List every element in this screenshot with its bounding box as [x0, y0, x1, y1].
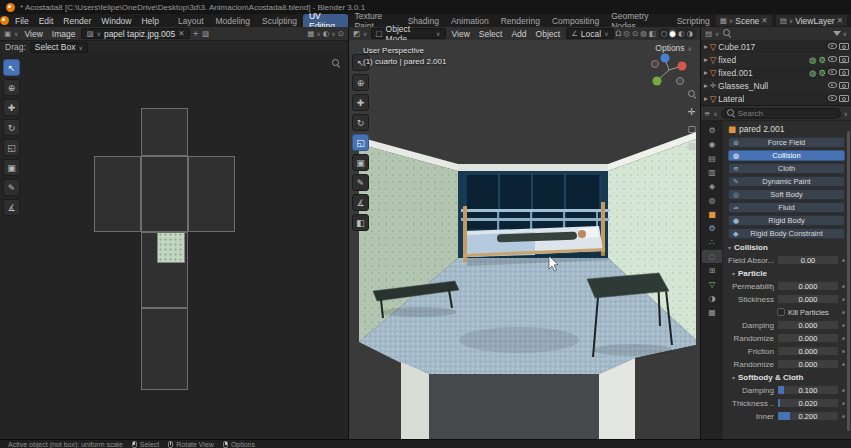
expand-icon[interactable]: ▸	[704, 42, 708, 51]
animate-decorator[interactable]	[842, 389, 845, 392]
properties-scrollbar[interactable]	[847, 131, 850, 431]
animate-decorator[interactable]	[842, 337, 845, 340]
camera-view-icon[interactable]: ▢	[687, 124, 696, 134]
back-wall-top[interactable]	[458, 164, 608, 171]
fluid-button[interactable]: ≈Fluid	[728, 202, 845, 213]
menu-help[interactable]: Help	[136, 14, 163, 27]
proportional-edit-icon[interactable]: ◎	[623, 29, 630, 38]
hide-icon[interactable]	[828, 54, 837, 65]
softbody-cloth-panel-header[interactable]: ▾ Softbody & Cloth	[732, 371, 845, 384]
field-absorption-slider[interactable]: 0.00	[777, 255, 839, 265]
view-layer-selector[interactable]: ▤ ∨ ViewLayer ✕	[776, 15, 847, 26]
cloth-button[interactable]: ≋Cloth	[728, 163, 845, 174]
workspace-tab-animation[interactable]: Animation	[445, 14, 495, 27]
cursor-tool[interactable]: ⊕	[352, 74, 369, 91]
thickness-outer-slider[interactable]: 0.020	[777, 398, 839, 408]
collision-button[interactable]: ◍Collision	[728, 150, 845, 161]
view-layer-remove-icon[interactable]: ✕	[837, 16, 843, 25]
tab-particles[interactable]: ∴	[702, 236, 722, 249]
snap-magnet-icon[interactable]: Ω	[616, 29, 622, 38]
tab-object[interactable]: ■	[702, 208, 722, 221]
scene-render[interactable]	[349, 40, 700, 439]
uv-menu-view[interactable]: View	[22, 29, 46, 39]
shading-material-icon[interactable]: ◐	[678, 29, 685, 38]
viewport-editor-type-icon[interactable]: ◩	[353, 29, 360, 38]
render-visibility-icon[interactable]	[839, 93, 848, 104]
vp-menu-select[interactable]: Select	[476, 29, 506, 39]
front-opening[interactable]	[429, 374, 599, 439]
scene-selector[interactable]: ▦ ∨ Scene ✕	[716, 15, 772, 26]
annotate-tool[interactable]: ✎	[352, 174, 369, 191]
cursor-tool[interactable]: ⊕	[3, 79, 20, 96]
tab-view-layer[interactable]: ▥	[702, 166, 722, 179]
checkbox[interactable]	[777, 308, 785, 316]
front-wall-left[interactable]	[401, 362, 429, 439]
friction-slider[interactable]: 0.000	[777, 346, 839, 356]
menu-edit[interactable]: Edit	[34, 14, 59, 27]
uv-face[interactable]	[94, 156, 141, 232]
object-name[interactable]: fixed	[718, 55, 736, 65]
soft-body-button[interactable]: ◎Soft Body	[728, 189, 845, 200]
thickness-inner-slider[interactable]: 0.200	[777, 411, 839, 421]
animate-decorator[interactable]	[842, 298, 845, 301]
viewport-canvas[interactable]: User Perspective (1) cuarto | pared 2.00…	[349, 40, 700, 439]
animate-decorator[interactable]	[842, 324, 845, 327]
gizmo-axis-z[interactable]	[661, 54, 670, 63]
uv-canvas[interactable]: ↖ ⊕ ✚ ↻ ◱ ▣ ✎ ∡	[0, 53, 348, 439]
shading-wireframe-icon[interactable]: ○	[661, 29, 668, 38]
filter-chevron-icon[interactable]: ∨	[844, 110, 848, 117]
move-tool[interactable]: ✚	[352, 94, 369, 111]
object-name[interactable]: Lateral	[718, 94, 744, 104]
breadcrumb-object-name[interactable]: pared 2.001	[739, 124, 784, 134]
tab-physics[interactable]: ◌	[702, 250, 722, 263]
transform-tool[interactable]: ▣	[3, 159, 20, 176]
image-unlink-icon[interactable]: ✕	[178, 29, 184, 38]
hide-icon[interactable]	[828, 93, 837, 104]
rigid-body-constraint-button[interactable]: ◆Rigid Body Constraint	[728, 228, 845, 239]
damping-slider[interactable]: 0.000	[777, 320, 839, 330]
figure-head[interactable]	[578, 230, 586, 238]
open-image-icon[interactable]: ▨	[202, 29, 209, 38]
render-visibility-icon[interactable]	[839, 67, 848, 78]
workspace-tab-compositing[interactable]: Compositing	[546, 14, 605, 27]
workspace-tab-uv-editing[interactable]: UV Editing	[303, 14, 348, 27]
gizmos-toggle-icon[interactable]: ⊙	[632, 29, 638, 38]
scale-tool[interactable]: ◱	[352, 134, 369, 151]
permeability-slider[interactable]: 0.000	[777, 281, 839, 291]
transform-tool[interactable]: ▣	[352, 154, 369, 171]
annotate-tool[interactable]: ✎	[3, 179, 20, 196]
dynamic-paint-button[interactable]: ✎Dynamic Paint	[728, 176, 845, 187]
animate-decorator[interactable]	[842, 350, 845, 353]
window[interactable]	[466, 174, 600, 230]
scene-unlink-icon[interactable]: ✕	[761, 16, 767, 25]
drag-tool-dropdown[interactable]: Select Box ∨	[30, 42, 88, 53]
toggle-ortho-icon[interactable]: ▦	[687, 141, 696, 151]
stickiness-slider[interactable]: 0.000	[777, 294, 839, 304]
properties-editor-type-icon[interactable]: ≡	[704, 109, 710, 118]
outliner-row[interactable]: ▸ ▽ Cube.017	[701, 40, 851, 53]
rotate-tool[interactable]: ↻	[352, 114, 369, 131]
xray-toggle-icon[interactable]: ◧	[649, 29, 656, 38]
zoom-icon[interactable]	[688, 90, 696, 100]
animate-decorator[interactable]	[842, 259, 845, 262]
transform-orientation-dropdown[interactable]: ∠ Local ∨	[566, 28, 613, 39]
object-name[interactable]: fixed.001	[718, 68, 753, 78]
tab-material[interactable]: ◑	[702, 292, 722, 305]
randomize-slider[interactable]: 0.000	[777, 333, 839, 343]
animate-decorator[interactable]	[842, 363, 845, 366]
workspace-tab-rendering[interactable]: Rendering	[495, 14, 546, 27]
animate-decorator[interactable]	[842, 402, 845, 405]
collision-panel-header[interactable]: ▾ Collision	[728, 241, 845, 254]
gizmo-axis-y[interactable]	[653, 77, 662, 86]
add-cube-tool[interactable]: ◧	[352, 214, 369, 231]
uv-face[interactable]	[188, 156, 235, 232]
gizmo-axis-negative[interactable]	[677, 78, 684, 85]
move-tool[interactable]: ✚	[3, 99, 20, 116]
hide-icon[interactable]	[828, 41, 837, 52]
tab-modifiers[interactable]: ⚙	[702, 222, 722, 235]
menu-window[interactable]: Window	[96, 14, 136, 27]
snap-icon[interactable]: ⊙	[338, 29, 344, 38]
outliner-search-icon[interactable]	[723, 29, 731, 39]
uv-editor-type-icon[interactable]: ▣	[4, 29, 11, 38]
animate-decorator[interactable]	[842, 415, 845, 418]
